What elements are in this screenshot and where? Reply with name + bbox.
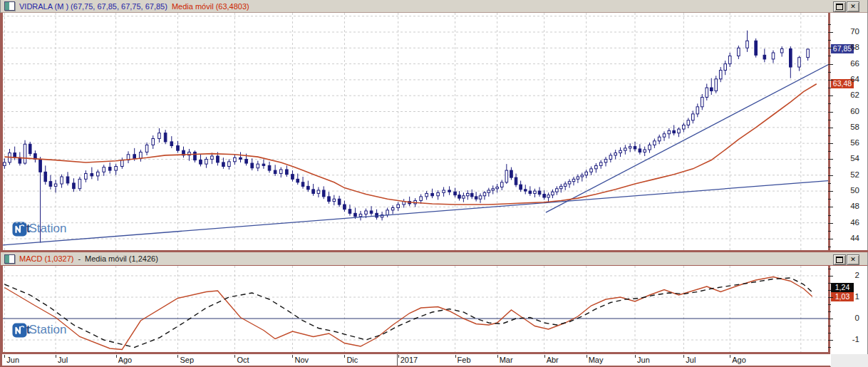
macd-ma-label: Media móvil (1,2426) <box>85 254 158 263</box>
macd-axis-minor-tick <box>828 269 831 269</box>
y-axis-tick <box>828 112 833 113</box>
y-axis-tick <box>828 175 833 176</box>
y-axis-minor-tick <box>828 103 831 104</box>
y-axis-tick <box>828 143 833 144</box>
x-axis-label: Jun <box>637 356 650 364</box>
y-axis-tick <box>828 207 833 207</box>
macd-chart[interactable]: netStation <box>3 266 828 352</box>
macd-axis-label: -1 <box>833 335 859 343</box>
macd-axis-tick <box>828 340 833 341</box>
x-axis-label: Oct <box>237 356 249 364</box>
y-axis-minor-tick <box>828 151 831 152</box>
y-axis-minor-tick <box>828 40 831 41</box>
x-axis-tick <box>544 355 545 358</box>
y-axis-label: 64 <box>833 75 859 83</box>
macd-axis-tick <box>828 297 833 298</box>
x-axis-label: Dic <box>346 356 358 364</box>
chart-mini-icon <box>4 1 15 11</box>
y-axis-tick <box>828 80 833 81</box>
macd-axis-label: 2 <box>833 271 859 279</box>
y-axis-minor-tick <box>828 199 831 200</box>
macd-axis-minor-tick <box>828 283 831 284</box>
x-axis-label: Feb <box>458 356 471 364</box>
x-axis-tick <box>116 355 117 358</box>
y-axis-label: 68 <box>833 43 859 51</box>
y-axis-label: 46 <box>833 218 859 227</box>
netstation-window: VIDRALA (M ) (67,75, 67,85, 67,75, 67,85… <box>0 0 868 367</box>
x-axis-label: Sep <box>180 356 194 364</box>
y-axis-tick <box>828 64 833 65</box>
chart-mini-icon <box>4 254 15 264</box>
x-axis-tick <box>292 355 293 358</box>
time-axis[interactable]: JunJulAgoSepOctNovDic2017FebMarAbrMayJun… <box>0 354 831 366</box>
macd-axis-label: 1 <box>833 292 859 301</box>
x-axis-label: Abr <box>547 356 559 364</box>
y-axis-tick <box>828 32 833 33</box>
y-axis-tick <box>828 239 833 239</box>
x-axis-tick <box>398 355 399 358</box>
macd-axis-label: 0 <box>833 314 859 322</box>
price-close-button[interactable]: ✕ <box>847 1 859 12</box>
y-axis-label: 44 <box>833 234 859 242</box>
x-axis-label: Nov <box>294 356 309 364</box>
macd-axis-minor-tick <box>828 333 831 334</box>
y-axis-label: 48 <box>833 202 859 210</box>
macd-title-separator: - <box>78 254 81 263</box>
y-axis-tick <box>828 128 833 128</box>
x-axis-label: Ago <box>118 356 133 364</box>
x-axis-tick <box>587 355 587 358</box>
x-axis-label: Jul <box>686 356 696 364</box>
x-axis-label: Jul <box>58 356 68 364</box>
x-axis-label: Jun <box>6 356 19 364</box>
x-axis-label: Mar <box>500 356 513 364</box>
maximize-icon <box>836 4 843 10</box>
axis-divider <box>828 13 830 366</box>
macd-maximize-button[interactable] <box>833 254 846 265</box>
x-axis-label: May <box>589 356 604 364</box>
y-axis-minor-tick <box>828 24 831 25</box>
macd-panel-titlebar[interactable]: MACD (1,0327) - Media móvil (1,2426) <box>1 252 867 266</box>
y-axis-minor-tick <box>828 183 831 184</box>
y-axis-label: 62 <box>833 91 859 99</box>
macd-axis-minor-tick <box>828 326 831 326</box>
price-panel-titlebar[interactable]: VIDRALA (M ) (67,75, 67,85, 67,75, 67,85… <box>1 0 867 13</box>
close-icon: ✕ <box>850 4 856 10</box>
y-axis-minor-tick <box>828 56 831 56</box>
x-axis-tick <box>4 355 5 358</box>
y-axis-tick <box>828 159 833 160</box>
macd-axis-tick <box>828 276 833 276</box>
y-axis-minor-tick <box>828 215 831 216</box>
macd-axis-minor-tick <box>828 290 831 291</box>
y-axis-minor-tick <box>828 247 831 247</box>
macd-axis-minor-tick <box>828 304 831 305</box>
y-axis-tick <box>828 95 833 96</box>
corner-filler <box>831 354 868 367</box>
y-axis-label: 56 <box>833 138 859 147</box>
year-separator <box>397 354 398 366</box>
y-axis-tick <box>828 48 833 48</box>
x-axis-tick <box>730 355 730 358</box>
y-axis-label: 50 <box>833 186 859 195</box>
macd-axis-minor-tick <box>828 347 831 348</box>
x-axis-tick <box>497 355 498 358</box>
price-chart[interactable]: netStation <box>3 13 828 250</box>
price-maximize-button[interactable] <box>833 1 846 12</box>
price-panel-ma-label: Media móvil (63,4803) <box>172 2 249 11</box>
macd-close-button[interactable]: ✕ <box>847 254 859 265</box>
x-axis-tick <box>455 355 456 358</box>
x-axis-tick <box>344 355 345 358</box>
y-axis-minor-tick <box>828 72 831 73</box>
macd-panel-title: MACD (1,0327) <box>19 254 73 263</box>
candlestick-svg <box>3 13 828 250</box>
x-axis-label: Ago <box>732 356 746 364</box>
x-axis-label: 2017 <box>401 356 418 364</box>
x-axis-tick <box>177 355 178 358</box>
macd-svg <box>3 266 828 352</box>
x-axis-tick <box>635 355 636 358</box>
y-axis-minor-tick <box>828 167 831 168</box>
y-axis-label: 66 <box>833 59 859 68</box>
maximize-icon <box>836 257 843 263</box>
y-axis-minor-tick <box>828 88 831 88</box>
x-axis-tick <box>56 355 56 358</box>
y-axis-minor-tick <box>828 135 831 136</box>
